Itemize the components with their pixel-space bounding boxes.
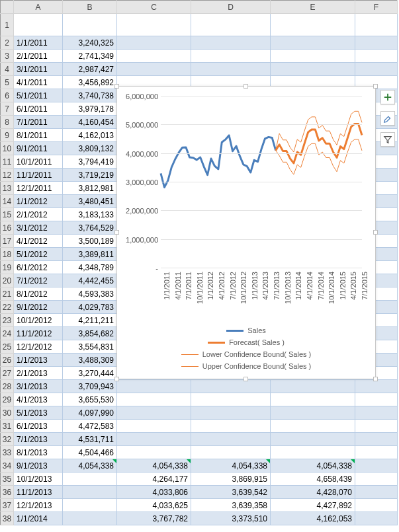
cell-empty[interactable]: [355, 380, 398, 393]
cell-sales[interactable]: 4,593,383: [63, 287, 117, 301]
cell-forecast[interactable]: [117, 446, 191, 459]
cell-sales[interactable]: 3,488,309: [63, 354, 117, 367]
cell-date[interactable]: 8/1/2013: [14, 446, 63, 459]
cell-upper[interactable]: 4,054,338: [271, 459, 355, 473]
cell-sales[interactable]: 3,764,529: [63, 221, 117, 235]
row-header[interactable]: 32: [1, 433, 14, 446]
cell-date[interactable]: 1/1/2014: [14, 512, 63, 525]
chart-filters-button[interactable]: [380, 132, 395, 147]
cell-sales[interactable]: [63, 486, 117, 499]
row-header[interactable]: 33: [1, 446, 14, 459]
row-header[interactable]: 19: [1, 261, 14, 274]
cell-date[interactable]: 3/1/2012: [14, 221, 63, 235]
cell-forecast[interactable]: 4,264,177: [117, 473, 191, 486]
cell-date[interactable]: 4/1/2012: [14, 235, 63, 248]
cell-upper[interactable]: [271, 63, 355, 76]
row-header[interactable]: 22: [1, 301, 14, 314]
cell-sales[interactable]: 3,794,419: [63, 155, 117, 169]
row-header[interactable]: 14: [1, 195, 14, 208]
cell-lower[interactable]: 3,373,510: [191, 512, 271, 525]
row-header[interactable]: 13: [1, 182, 14, 195]
cell-date[interactable]: 8/1/2011: [14, 129, 63, 142]
cell-sales[interactable]: 3,500,189: [63, 235, 117, 248]
cell-lower[interactable]: [191, 420, 271, 433]
cell-forecast[interactable]: [117, 420, 191, 433]
cell-sales[interactable]: [63, 473, 117, 486]
cell-lower[interactable]: 3,639,542: [191, 486, 271, 499]
table-row[interactable]: 349/1/20134,054,3384,054,3384,054,3384,0…: [1, 459, 398, 473]
col-header-A[interactable]: A: [14, 1, 63, 14]
col-header-C[interactable]: C: [117, 1, 191, 14]
cell-sales[interactable]: 3,240,325: [63, 36, 117, 50]
col-header-B[interactable]: B: [63, 1, 117, 14]
cell-forecast[interactable]: [117, 380, 191, 393]
cell-upper[interactable]: 4,658,439: [271, 473, 355, 486]
cell-sales[interactable]: 4,348,789: [63, 261, 117, 274]
cell-date[interactable]: 11/1/2012: [14, 327, 63, 340]
row-header[interactable]: 2: [1, 36, 14, 50]
cell-sales[interactable]: 4,531,711: [63, 433, 117, 446]
cell-date[interactable]: 4/1/2013: [14, 393, 63, 406]
cell-date[interactable]: 10/1/2011: [14, 155, 63, 169]
row-header[interactable]: 4: [1, 63, 14, 76]
cell-sales[interactable]: 3,709,943: [63, 380, 117, 393]
cell-lower[interactable]: [191, 63, 271, 76]
cell-lower[interactable]: [191, 36, 271, 50]
cell-empty[interactable]: [355, 446, 398, 459]
cell-sales[interactable]: 4,472,583: [63, 420, 117, 433]
cell-sales[interactable]: 3,854,682: [63, 327, 117, 340]
header-empty[interactable]: [355, 14, 398, 36]
cell-date[interactable]: 6/1/2011: [14, 102, 63, 116]
row-header[interactable]: 6: [1, 89, 14, 102]
cell-sales[interactable]: 4,211,211: [63, 314, 117, 327]
forecast-chart[interactable]: -1,000,0002,000,0003,000,0004,000,0005,0…: [116, 86, 376, 379]
row-header[interactable]: 25: [1, 340, 14, 354]
chart-elements-button[interactable]: [380, 90, 395, 104]
row-header[interactable]: 36: [1, 486, 14, 499]
row-header[interactable]: 3: [1, 50, 14, 63]
cell-lower[interactable]: [191, 446, 271, 459]
row-header[interactable]: 15: [1, 208, 14, 221]
header-sales[interactable]: Sales: [63, 14, 117, 36]
cell-upper[interactable]: [271, 420, 355, 433]
cell-lower[interactable]: [191, 380, 271, 393]
cell-date[interactable]: 2/1/2012: [14, 208, 63, 221]
cell-forecast[interactable]: 4,033,625: [117, 499, 191, 512]
cell-empty[interactable]: [355, 406, 398, 420]
cell-empty[interactable]: [355, 433, 398, 446]
cell-empty[interactable]: [355, 50, 398, 63]
cell-sales[interactable]: 3,554,831: [63, 340, 117, 354]
cell-forecast[interactable]: [117, 50, 191, 63]
cell-date[interactable]: 1/1/2013: [14, 354, 63, 367]
cell-date[interactable]: 6/1/2013: [14, 420, 63, 433]
select-all-corner[interactable]: [1, 1, 14, 14]
cell-date[interactable]: 9/1/2013: [14, 459, 63, 473]
cell-sales[interactable]: 4,029,783: [63, 301, 117, 314]
cell-sales[interactable]: 2,987,427: [63, 63, 117, 76]
cell-date[interactable]: 9/1/2011: [14, 142, 63, 155]
row-header[interactable]: 5: [1, 76, 14, 89]
cell-sales[interactable]: 4,504,466: [63, 446, 117, 459]
cell-lower[interactable]: [191, 406, 271, 420]
cell-sales[interactable]: 4,162,013: [63, 129, 117, 142]
cell-forecast[interactable]: [117, 393, 191, 406]
table-row[interactable]: 381/1/20143,767,7823,373,5104,162,053: [1, 512, 398, 525]
cell-sales[interactable]: 3,809,132: [63, 142, 117, 155]
cell-date[interactable]: 12/1/2012: [14, 340, 63, 354]
table-row[interactable]: 294/1/20133,655,530: [1, 393, 398, 406]
table-row[interactable]: 316/1/20134,472,583: [1, 420, 398, 433]
row-header[interactable]: 28: [1, 380, 14, 393]
cell-upper[interactable]: [271, 406, 355, 420]
table-row[interactable]: 32/1/20112,741,349: [1, 50, 398, 63]
cell-date[interactable]: 5/1/2013: [14, 406, 63, 420]
cell-date[interactable]: 11/1/2011: [14, 169, 63, 182]
row-header[interactable]: 38: [1, 512, 14, 525]
col-header-D[interactable]: D: [191, 1, 271, 14]
cell-date[interactable]: 10/1/2013: [14, 473, 63, 486]
row-header[interactable]: 20: [1, 274, 14, 287]
cell-date[interactable]: 1/1/2012: [14, 195, 63, 208]
cell-lower[interactable]: [191, 393, 271, 406]
cell-date[interactable]: 1/1/2011: [14, 36, 63, 50]
row-header[interactable]: 26: [1, 354, 14, 367]
cell-lower[interactable]: [191, 433, 271, 446]
